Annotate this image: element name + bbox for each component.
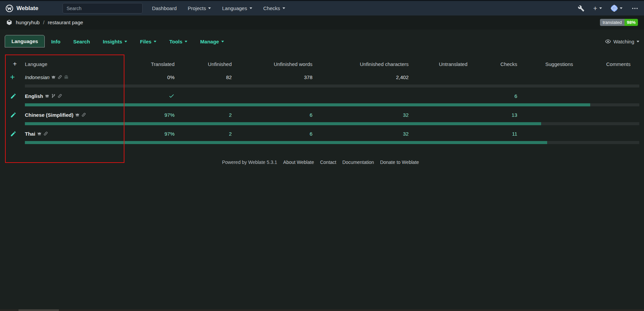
footer-link-contact[interactable]: Contact — [320, 160, 336, 165]
weblate-logo-icon — [5, 4, 13, 12]
edit-translation-button[interactable] — [10, 93, 16, 99]
chevron-down-icon — [154, 41, 156, 42]
breadcrumb-bar: hungryhub / restaurant page translated 9… — [0, 15, 644, 30]
package-icon — [6, 19, 12, 26]
tab-info[interactable]: Info — [45, 36, 67, 47]
tab-languages[interactable]: Languages — [5, 35, 45, 47]
check-icon — [168, 93, 175, 99]
nav-links: Dashboard Projects Languages Checks — [152, 5, 285, 11]
nav-dashboard[interactable]: Dashboard — [152, 5, 177, 11]
dots-horizontal-icon[interactable] — [631, 5, 639, 12]
nav-checks[interactable]: Checks — [263, 5, 285, 11]
navbar-right: + — [578, 5, 639, 12]
crown-icon — [51, 75, 56, 79]
col-header-checks[interactable]: Checks — [472, 61, 522, 67]
add-menu-button[interactable]: + — [593, 5, 602, 12]
badge-label: translated — [600, 19, 624, 26]
col-header-untranslated[interactable]: Untranslated — [414, 61, 472, 67]
table-row-thai: Thai 97% 2 6 32 11 — [5, 127, 639, 144]
table-row-indonesian: + Indonesian 0% 82 378 2,402 — [5, 70, 639, 88]
link-icon — [81, 112, 86, 117]
crown-icon — [45, 94, 49, 98]
breadcrumb-project[interactable]: hungryhub — [16, 20, 40, 25]
badge-value: 98% — [624, 19, 638, 26]
chevron-down-icon — [124, 41, 127, 42]
col-header-unfinished[interactable]: Unfinished — [180, 61, 237, 67]
horizontal-scrollbar[interactable] — [0, 309, 644, 311]
tab-search[interactable]: Search — [67, 36, 97, 47]
add-language-column-icon: + — [5, 60, 25, 68]
scrollbar-thumb[interactable] — [18, 309, 59, 311]
cell-unfinished: 82 — [180, 74, 237, 80]
crown-icon — [75, 112, 80, 117]
brand-name: Weblate — [16, 5, 38, 12]
chevron-down-icon — [185, 41, 187, 42]
component-tabs: Languages Info Search Insights Files Too… — [0, 30, 644, 47]
col-header-suggestions[interactable]: Suggestions — [522, 61, 578, 67]
ghost-icon — [64, 75, 69, 79]
cell-unfinished-words: 378 — [237, 74, 317, 80]
cell-unfinished-characters: 2,402 — [317, 74, 414, 80]
breadcrumb-component[interactable]: restaurant page — [48, 20, 83, 25]
table-row-english: English 6 — [5, 89, 639, 106]
tab-files[interactable]: Files — [134, 36, 163, 47]
progress-bar — [25, 84, 639, 88]
footer-link-about[interactable]: About Weblate — [283, 160, 314, 165]
col-header-translated[interactable]: Translated — [126, 61, 180, 67]
language-link[interactable]: Thai — [25, 131, 35, 137]
footer-link-documentation[interactable]: Documentation — [342, 160, 374, 165]
nav-languages[interactable]: Languages — [222, 5, 252, 11]
cell-unfinished-words[interactable]: 6 — [237, 112, 317, 118]
tab-insights[interactable]: Insights — [97, 36, 134, 47]
search-input[interactable] — [63, 3, 143, 13]
crown-icon — [37, 131, 42, 136]
user-menu-button[interactable] — [611, 5, 622, 12]
breadcrumb-separator: / — [43, 20, 44, 25]
col-header-unfinished-words[interactable]: Unfinished words — [237, 61, 317, 67]
cell-unfinished-characters[interactable]: 32 — [317, 131, 414, 137]
cell-unfinished-characters[interactable]: 32 — [317, 112, 414, 118]
globe-avatar — [611, 5, 618, 12]
language-link[interactable]: Chinese (Simplified) — [25, 112, 73, 118]
cell-translated: 0% — [126, 74, 180, 80]
edit-translation-button[interactable] — [10, 131, 16, 137]
chevron-down-icon — [221, 41, 224, 42]
weblate-brand[interactable]: Weblate — [5, 4, 38, 12]
watching-dropdown[interactable]: Watching — [605, 38, 639, 47]
eye-icon — [605, 38, 611, 44]
cell-unfinished[interactable]: 2 — [180, 112, 237, 118]
powered-by-text: Powered by Weblate 5.3.1 — [222, 160, 277, 165]
chevron-down-icon — [620, 7, 622, 9]
language-link[interactable]: English — [25, 93, 43, 99]
cell-checks[interactable]: 11 — [472, 131, 522, 137]
footer-link-donate[interactable]: Donate to Weblate — [380, 160, 419, 165]
chevron-down-icon — [282, 7, 285, 9]
col-header-language[interactable]: Language — [25, 61, 126, 67]
col-header-unfinished-characters[interactable]: Unfinished characters — [317, 61, 414, 67]
cell-unfinished[interactable]: 2 — [180, 131, 237, 137]
progress-bar — [25, 122, 639, 125]
plus-icon: + — [593, 5, 597, 12]
tab-tools[interactable]: Tools — [163, 36, 194, 47]
cell-translated[interactable]: 97% — [126, 131, 180, 137]
wrench-icon[interactable] — [578, 5, 584, 12]
cell-translated[interactable]: 97% — [126, 112, 180, 118]
cell-unfinished-words[interactable]: 6 — [237, 131, 317, 137]
chevron-down-icon — [250, 7, 252, 9]
translated-badge: translated 98% — [600, 19, 638, 26]
top-navbar: Weblate Dashboard Projects Languages Che… — [0, 0, 644, 15]
add-translation-button[interactable]: + — [10, 73, 15, 81]
cell-translated — [126, 93, 180, 99]
link-icon — [58, 94, 62, 98]
source-branch-icon — [51, 94, 56, 98]
nav-projects[interactable]: Projects — [188, 5, 211, 11]
progress-bar — [25, 103, 639, 106]
col-header-comments[interactable]: Comments — [578, 61, 639, 67]
language-link[interactable]: Indonesian — [25, 74, 49, 80]
table-row-chinese-simplified: Chinese (Simplified) 97% 2 6 32 13 — [5, 108, 639, 125]
progress-bar — [25, 141, 639, 144]
edit-translation-button[interactable] — [10, 112, 16, 118]
cell-checks[interactable]: 13 — [472, 112, 522, 118]
tab-manage[interactable]: Manage — [194, 36, 230, 47]
cell-checks[interactable]: 6 — [472, 93, 522, 99]
